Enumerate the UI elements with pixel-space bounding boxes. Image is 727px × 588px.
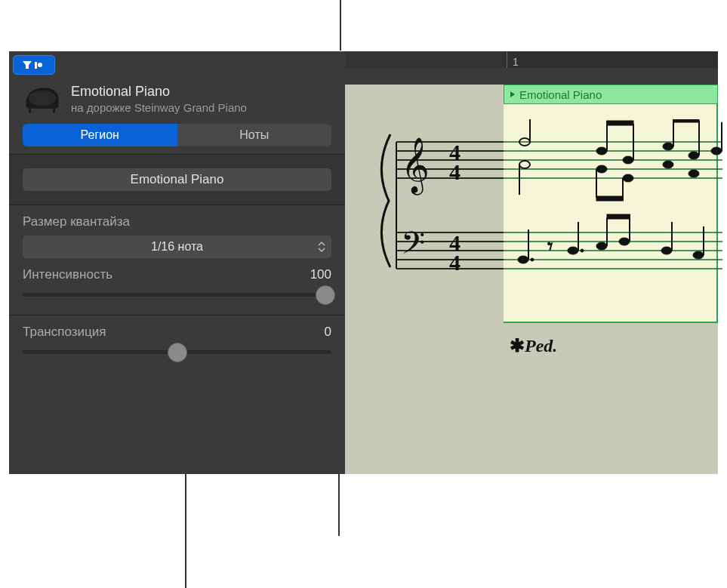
intensity-value: 100 — [310, 267, 331, 282]
svg-rect-0 — [35, 62, 37, 69]
svg-rect-34 — [607, 121, 633, 125]
quantize-section: Размер квантайза 1/16 нота Интенсивность… — [9, 205, 345, 316]
score-editor: 1 Emotional Piano — [345, 51, 718, 474]
svg-rect-39 — [596, 196, 623, 201]
transpose-slider-thumb[interactable] — [168, 343, 187, 362]
track-subtitle: на дорожке Steinway Grand Piano — [71, 101, 331, 114]
region-title: Emotional Piano — [71, 84, 331, 100]
svg-point-30 — [596, 147, 607, 155]
svg-point-37 — [623, 174, 633, 182]
svg-point-1 — [38, 63, 42, 67]
svg-point-54 — [581, 249, 584, 252]
pedal-marking: ✱Ped. — [510, 335, 557, 356]
app-window: Emotional Piano на дорожке Steinway Gran… — [9, 51, 718, 474]
svg-rect-60 — [607, 214, 630, 219]
tab-switcher: Регион Ноты — [23, 124, 331, 146]
inspector-panel: Emotional Piano на дорожке Steinway Gran… — [9, 51, 345, 474]
svg-point-40 — [663, 143, 673, 150]
quantize-dropdown[interactable]: 1/16 нота — [23, 236, 331, 258]
svg-rect-3 — [53, 107, 55, 113]
svg-rect-44 — [673, 119, 699, 122]
bass-notes: 𝄾 — [518, 214, 704, 263]
time-sig-bass-bottom: 4 — [449, 250, 461, 275]
svg-rect-2 — [29, 107, 31, 113]
callout-line-transpose — [185, 457, 186, 588]
staff-brace — [381, 134, 390, 267]
time-ruler[interactable]: 1 — [345, 51, 718, 85]
grand-staff[interactable]: 𝄞 𝄢 4 4 4 4 — [368, 119, 722, 316]
quantize-value: 1/16 нота — [151, 240, 203, 254]
transpose-value: 0 — [325, 325, 331, 340]
transpose-slider[interactable] — [23, 350, 331, 354]
svg-point-50 — [531, 258, 534, 261]
ruler-sub — [345, 68, 718, 85]
svg-point-42 — [688, 152, 699, 159]
region-name-field[interactable]: Emotional Piano — [23, 168, 331, 191]
transpose-section: Транспозиция 0 — [9, 316, 345, 372]
filter-button[interactable] — [13, 55, 55, 75]
region-header-bar[interactable]: Emotional Piano — [504, 85, 718, 104]
chevron-up-down-icon — [318, 241, 325, 253]
svg-point-58 — [619, 238, 630, 245]
svg-point-45 — [663, 161, 673, 168]
transpose-label: Транспозиция — [23, 325, 106, 340]
tab-region[interactable]: Регион — [23, 124, 177, 146]
bass-clef: 𝄢 — [401, 226, 425, 268]
svg-point-46 — [688, 170, 699, 177]
svg-point-32 — [623, 156, 633, 164]
svg-point-56 — [596, 242, 607, 250]
intensity-label: Интенсивность — [23, 267, 112, 282]
region-header: Emotional Piano на дорожке Steinway Gran… — [9, 83, 345, 124]
svg-point-4 — [29, 91, 56, 106]
svg-text:𝄾: 𝄾 — [547, 242, 553, 251]
svg-point-35 — [596, 165, 607, 173]
grand-piano-icon — [23, 83, 62, 115]
callout-line-name-field — [340, 0, 341, 51]
treble-clef: 𝄞 — [401, 137, 430, 195]
play-icon — [510, 91, 515, 97]
svg-point-47 — [711, 147, 722, 155]
svg-point-53 — [568, 247, 578, 254]
svg-point-28 — [519, 161, 530, 168]
intensity-slider-thumb[interactable] — [316, 285, 335, 305]
svg-point-61 — [661, 247, 672, 254]
quantize-label: Размер квантайза — [23, 214, 331, 229]
svg-point-63 — [693, 251, 704, 259]
intensity-slider[interactable] — [23, 293, 331, 297]
filter-icon — [21, 60, 47, 70]
time-sig-treble-bottom: 4 — [449, 159, 461, 184]
ruler-bar-number: 1 — [513, 56, 519, 68]
svg-point-49 — [518, 256, 528, 263]
tab-notes[interactable]: Ноты — [177, 124, 332, 146]
region-bar-label: Emotional Piano — [519, 88, 602, 101]
